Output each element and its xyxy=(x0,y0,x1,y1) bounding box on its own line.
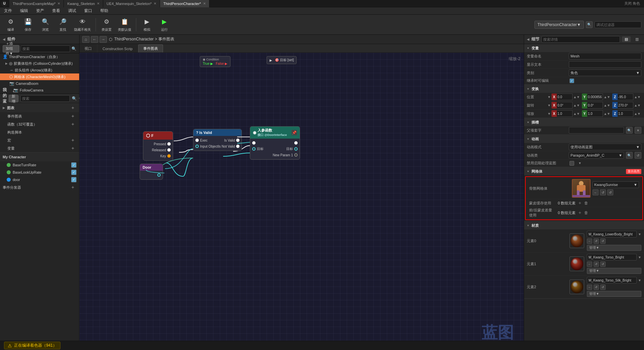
details-tab-grid[interactable]: ▥ xyxy=(633,36,641,42)
var-baselookuprate[interactable]: BaseLookUpRate xyxy=(0,169,79,176)
add-component-button[interactable]: ＋添加组件▼ xyxy=(3,45,19,52)
anim-class-input[interactable]: Paragon_AnimBP_C ▼ xyxy=(569,152,624,159)
socket-search-btn[interactable]: 🔍 xyxy=(626,127,633,134)
blueprint-canvas[interactable]: ◉ Condition True ▶ False ▶ ▶ 🎯 目标 [set] … xyxy=(79,53,524,350)
toolbar-find[interactable]: 🔎 直找 xyxy=(55,16,71,33)
mesh-section-header[interactable]: ▼ 网格体 显示高亮 xyxy=(524,167,644,175)
pos-x-input[interactable]: 0.0 xyxy=(557,94,573,100)
scale-z-input[interactable]: 1.0 xyxy=(618,110,633,117)
nav-back-btn[interactable]: ← xyxy=(91,36,98,43)
anim-class-search-btn[interactable]: 🔍 xyxy=(626,152,633,159)
tab-thirdpersoncharacter[interactable]: ThirdPersonCharacter* ✕ xyxy=(160,0,209,7)
position-expand-arrow[interactable]: ▼ xyxy=(547,95,551,99)
new-blueprint-btn[interactable]: ＋新增▼ xyxy=(9,95,18,102)
scale-expand-arrow[interactable]: ▼ xyxy=(547,112,551,116)
rot-y-input[interactable]: 0.0° xyxy=(587,102,603,109)
event-dispatcher-add-btn[interactable]: ＋ xyxy=(69,184,76,190)
details-tab-list[interactable]: ▤ xyxy=(622,36,631,42)
rotation-expand-arrow[interactable]: ▼ xyxy=(547,104,551,107)
mesh-clear-btn[interactable]: ↺ xyxy=(607,189,613,195)
toolbar-compile[interactable]: ⚙ 编译 xyxy=(3,16,19,33)
morph-add-btn[interactable]: ＋ xyxy=(578,200,582,206)
material-2-browse-btn[interactable]: ← xyxy=(587,285,592,290)
material-0-browse-btn[interactable]: ← xyxy=(587,238,592,244)
variables-add-btn[interactable]: ＋ xyxy=(69,145,76,151)
section-macros[interactable]: 宏 ＋ xyxy=(0,136,79,144)
material-2-reset-btn[interactable]: ↺ xyxy=(594,285,599,290)
materials-section-header[interactable]: ▼ 材质 xyxy=(524,221,644,229)
material-0-manage-btn[interactable]: 管理▼ xyxy=(587,245,641,251)
section-event-dispatchers[interactable]: 事件分发器 ＋ xyxy=(0,183,79,191)
tab-kwang-skeleton[interactable]: Kwang_Skeleton ✕ xyxy=(64,0,103,7)
mesh-reset-btn[interactable]: ↺ xyxy=(600,189,606,195)
material-2-manage-btn[interactable]: 管理▼ xyxy=(587,291,641,297)
scale-x-input[interactable]: 1.0 xyxy=(557,110,573,117)
bp-node-interface[interactable]: ◉ 入参函数 接口 @DoorInterface 📌 xyxy=(250,126,300,160)
disable-init-checkbox[interactable] xyxy=(570,161,574,166)
character-dropdown[interactable]: ThirdPersonCharacter▼ xyxy=(534,21,584,29)
section-variables[interactable]: 变量 ＋ xyxy=(0,144,79,152)
bp-node-f[interactable]: ⬡ F Pressed Released Key xyxy=(143,131,173,161)
component-search-icon[interactable]: 🔍 xyxy=(71,46,76,51)
nav-home-btn[interactable]: ⌂ xyxy=(82,36,90,43)
var-name-input[interactable]: Mesh xyxy=(569,53,641,59)
component-search-input[interactable] xyxy=(21,45,70,52)
material-1-clear-btn[interactable]: ↺ xyxy=(600,261,606,267)
debug-filter-input[interactable] xyxy=(595,21,641,28)
menu-debug[interactable]: 调试 xyxy=(67,7,77,14)
tab-construction-script[interactable]: Construction Scrip xyxy=(98,44,138,52)
tab-viewport[interactable]: 视口 xyxy=(79,44,97,52)
var-eye-door[interactable] xyxy=(71,177,76,182)
category-dropdown[interactable]: 角色 ▼ xyxy=(569,69,641,76)
blueprint-search-icon[interactable]: 🔍 xyxy=(72,96,77,101)
material-1-name[interactable]: M_Kwang_Torso_Bright xyxy=(587,254,637,260)
mesh-browse-btn[interactable]: ← xyxy=(593,189,599,195)
tab-event-graph[interactable]: 事件图表 xyxy=(138,44,163,52)
menu-file[interactable]: 文件 xyxy=(3,7,13,14)
material-1-browse-btn[interactable]: ← xyxy=(587,261,592,267)
tab-thirdpersonexamplemap[interactable]: ThirdPersonExampleMap* ✕ xyxy=(9,0,64,7)
var-eye-baselookuprate[interactable] xyxy=(71,170,76,175)
editable-checkbox[interactable] xyxy=(570,78,574,83)
toolbar-class-defaults[interactable]: 📋 类默认值 xyxy=(116,16,133,33)
functions-add-btn[interactable]: ＋ xyxy=(69,121,76,127)
display-text-input[interactable] xyxy=(569,61,641,68)
material-2-clear-btn[interactable]: ↺ xyxy=(600,285,606,290)
my-character-header[interactable]: My Character xyxy=(0,153,79,161)
socket-clear-btn[interactable]: ✕ xyxy=(635,127,641,134)
nav-forward-btn[interactable]: → xyxy=(100,36,107,43)
variables-section-header[interactable]: ▼ 变量 xyxy=(524,44,644,52)
material-0-clear-btn[interactable]: ↺ xyxy=(600,238,606,244)
anim-class-reset-btn[interactable]: ↺ xyxy=(635,152,641,159)
material-1-manage-btn[interactable]: 管理▼ xyxy=(587,268,641,274)
debug-search-btn[interactable]: 🔍 xyxy=(586,21,593,28)
menu-help[interactable]: 帮助 xyxy=(99,7,110,14)
macros-add-btn[interactable]: ＋ xyxy=(69,137,76,143)
bp-node-isvalid[interactable]: ? Is Valid Exec Input Object xyxy=(193,129,242,151)
rot-x-input[interactable]: 0.0° xyxy=(557,102,573,109)
tree-item-mesh[interactable]: ⬡ 网格体 (CharacterMesh0)(继承) xyxy=(0,73,79,80)
toolbar-class-settings[interactable]: ⚙ 类设置 xyxy=(99,16,115,33)
toolbar-save[interactable]: 💾 保存 xyxy=(20,16,36,33)
tree-item-thirdpersoncharacter[interactable]: 👤 ThirdPersonCharacter（自身） xyxy=(0,53,79,60)
blueprint-search-input[interactable] xyxy=(20,95,70,102)
transform-section-header[interactable]: ▼ 变换 xyxy=(524,85,644,93)
section-event-graph[interactable]: 事件图表 ＋ xyxy=(0,112,79,120)
interface-node-pin-btn[interactable]: 📌 xyxy=(292,130,297,135)
slots-section-header[interactable]: ▼ 插槽 xyxy=(524,118,644,126)
graphs-section-header[interactable]: ▶ 图表 ＋ xyxy=(0,104,79,112)
var-eye-baseturnrate[interactable] xyxy=(71,162,76,168)
menu-edit[interactable]: 编辑 xyxy=(19,7,29,14)
graphs-add-btn[interactable]: ＋ xyxy=(69,105,76,111)
details-search-input[interactable] xyxy=(541,36,620,43)
animation-section-header[interactable]: ▼ 动画 xyxy=(524,135,644,143)
rot-z-input[interactable]: 270.0° xyxy=(618,102,633,109)
prev-morph-del-btn[interactable]: 🗑 xyxy=(584,210,588,215)
event-graph-add-btn[interactable]: ＋ xyxy=(69,113,76,119)
toolbar-hide-unrelated[interactable]: 👁 隐藏不相关 xyxy=(72,16,93,33)
tree-item-capsule[interactable]: ▶ ◎ 胶囊体组件 (CollisionCylinder)(继承) xyxy=(0,60,79,67)
mesh-name-dropdown[interactable]: KwangSunrise ▼ xyxy=(593,181,639,188)
menu-window[interactable]: 窗口 xyxy=(83,7,94,14)
toolbar-run[interactable]: ▶ 运行 xyxy=(156,16,172,33)
material-0-reset-btn[interactable]: ↺ xyxy=(594,238,599,244)
